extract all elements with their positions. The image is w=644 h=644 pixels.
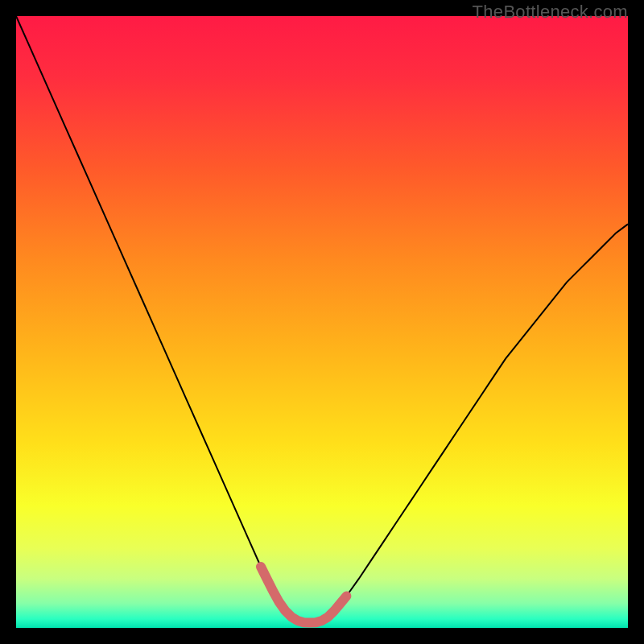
plot-area bbox=[16, 16, 628, 628]
chart-frame: TheBottleneck.com bbox=[0, 0, 644, 644]
bottleneck-chart bbox=[16, 16, 628, 628]
watermark-text: TheBottleneck.com bbox=[473, 2, 628, 23]
gradient-background bbox=[16, 16, 628, 628]
